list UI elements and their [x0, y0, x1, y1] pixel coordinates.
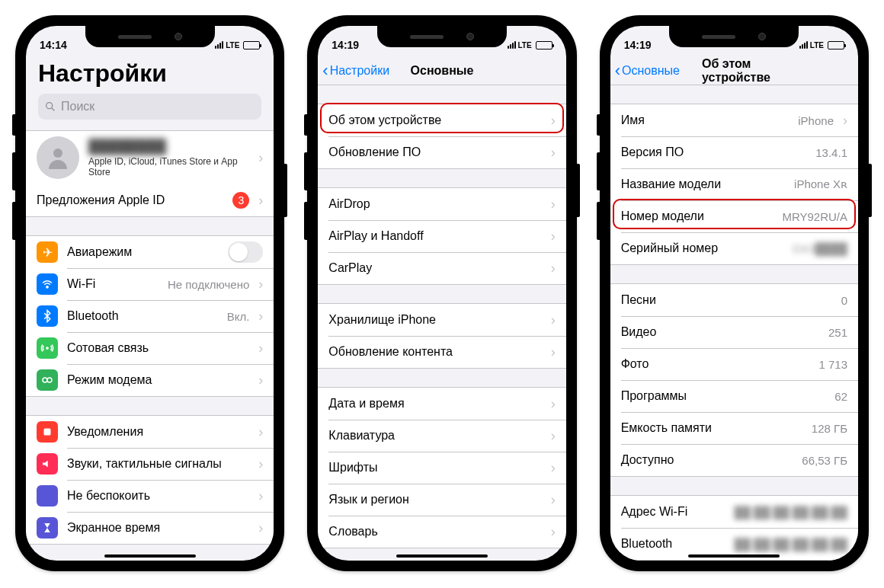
- chevron-right-icon: ›: [258, 520, 263, 536]
- phone-frame-3: 14:19 LTE ‹ Основные Об этом устройстве …: [600, 15, 869, 571]
- profile-subtitle: Apple ID, iCloud, iTunes Store и App Sto…: [88, 156, 249, 177]
- language-row[interactable]: Язык и регион›: [318, 484, 565, 516]
- apple-id-suggestions-row[interactable]: Предложения Apple ID 3 ›: [26, 184, 274, 216]
- chevron-right-icon: ›: [551, 260, 556, 276]
- status-time: 14:14: [40, 39, 67, 51]
- screentime-row[interactable]: Экранное время ›: [26, 512, 274, 544]
- svg-point-4: [46, 347, 48, 349]
- page-title: Настройки: [26, 56, 274, 94]
- airplane-toggle[interactable]: [228, 241, 263, 263]
- status-right: LTE: [215, 41, 260, 50]
- phone-frame-1: 14:14 LTE Настройки Поиск ████████: [15, 15, 284, 571]
- signal-icon: [799, 41, 808, 49]
- status-time: 14:19: [332, 39, 359, 51]
- software-update-row[interactable]: Обновление ПО ›: [318, 136, 565, 168]
- back-label: Основные: [622, 64, 680, 78]
- fonts-row[interactable]: Шрифты›: [318, 452, 565, 484]
- datetime-row[interactable]: Дата и время›: [318, 388, 565, 420]
- back-label: Настройки: [330, 64, 389, 78]
- status-time: 14:19: [624, 39, 652, 51]
- airplay-row[interactable]: AirPlay и Handoff›: [318, 220, 565, 252]
- search-placeholder: Поиск: [61, 100, 94, 113]
- photos-row: Фото1 713: [610, 348, 858, 380]
- back-button[interactable]: ‹ Основные: [615, 61, 680, 81]
- svg-point-6: [47, 378, 52, 382]
- bluetooth-icon: [37, 305, 58, 327]
- carplay-row[interactable]: CarPlay›: [318, 252, 565, 284]
- chevron-right-icon: ›: [258, 193, 263, 209]
- storage-row[interactable]: Хранилище iPhone›: [318, 304, 565, 336]
- chevron-right-icon: ›: [258, 150, 263, 166]
- keyboard-row[interactable]: Клавиатура›: [318, 420, 565, 452]
- nav-title: Основные: [411, 64, 474, 78]
- chevron-right-icon: ›: [551, 197, 556, 213]
- background-refresh-row[interactable]: Обновление контента›: [318, 336, 565, 368]
- chevron-right-icon: ›: [551, 228, 556, 244]
- battery-icon: [536, 41, 552, 50]
- apps-row: Программы62: [610, 380, 858, 412]
- svg-line-1: [52, 108, 55, 111]
- svg-point-0: [46, 103, 53, 109]
- model-number-row[interactable]: Номер моделиMRY92RU/A: [610, 200, 858, 232]
- airdrop-row[interactable]: AirDrop›: [318, 188, 565, 220]
- chevron-right-icon: ›: [551, 312, 556, 328]
- chevron-right-icon: ›: [551, 524, 556, 540]
- sounds-row[interactable]: Звуки, тактильные сигналы ›: [26, 448, 274, 480]
- wifi-row[interactable]: Wi-Fi Не подключено ›: [26, 268, 274, 300]
- airplane-row[interactable]: ✈ Авиарежим: [26, 236, 274, 268]
- notch: [669, 26, 799, 47]
- person-icon: [44, 144, 72, 171]
- row-label: Предложения Apple ID: [37, 193, 223, 207]
- badge: 3: [232, 192, 249, 209]
- wifi-address-row: Адрес Wi-Fi██:██:██:██:██:██: [610, 496, 858, 528]
- dictionary-row[interactable]: Словарь›: [318, 516, 565, 548]
- chevron-right-icon: ›: [258, 340, 263, 356]
- profile-row[interactable]: ████████ Apple ID, iCloud, iTunes Store …: [26, 131, 274, 184]
- chevron-right-icon: ›: [551, 460, 556, 476]
- version-row: Версия ПО13.4.1: [610, 136, 858, 168]
- home-indicator[interactable]: [104, 554, 196, 558]
- notifications-row[interactable]: Уведомления ›: [26, 416, 274, 448]
- chevron-right-icon: ›: [843, 113, 847, 129]
- name-row[interactable]: ИмяiPhone›: [610, 104, 858, 136]
- svg-point-2: [53, 149, 62, 158]
- bluetooth-row[interactable]: Bluetooth Вкл. ›: [26, 300, 274, 332]
- status-right: LTE: [799, 41, 844, 50]
- back-button[interactable]: ‹ Настройки: [322, 61, 389, 81]
- cellular-row[interactable]: Сотовая связь ›: [26, 332, 274, 364]
- signal-icon: [508, 41, 516, 49]
- chevron-right-icon: ›: [551, 344, 556, 360]
- chevron-right-icon: ›: [551, 145, 556, 161]
- available-row: Доступно66,53 ГБ: [610, 444, 858, 476]
- svg-point-5: [43, 378, 47, 382]
- sounds-icon: [37, 453, 58, 475]
- videos-row: Видео251: [610, 316, 858, 348]
- screen-settings: 14:14 LTE Настройки Поиск ████████: [26, 26, 274, 561]
- about-row[interactable]: Об этом устройстве ›: [318, 104, 565, 136]
- screen-general: 14:19 LTE ‹ Настройки Основные Об этом у…: [318, 26, 565, 561]
- dnd-row[interactable]: Не беспокоить ›: [26, 480, 274, 512]
- home-indicator[interactable]: [688, 554, 780, 558]
- phone-frame-2: 14:19 LTE ‹ Настройки Основные Об этом у…: [307, 15, 576, 571]
- network-label: LTE: [810, 41, 824, 50]
- home-indicator[interactable]: [396, 554, 488, 558]
- search-input[interactable]: Поиск: [38, 94, 261, 120]
- battery-icon: [243, 41, 260, 50]
- chevron-right-icon: ›: [258, 424, 263, 440]
- chevron-right-icon: ›: [258, 488, 263, 504]
- model-name-row: Название моделиiPhone Xʀ: [610, 168, 858, 200]
- nav-bar: ‹ Настройки Основные: [318, 56, 565, 85]
- chevron-right-icon: ›: [551, 396, 556, 412]
- notch: [377, 26, 507, 47]
- screen-about: 14:19 LTE ‹ Основные Об этом устройстве …: [610, 26, 858, 561]
- chevron-left-icon: ‹: [322, 61, 328, 81]
- airplane-icon: ✈: [37, 241, 58, 263]
- chevron-right-icon: ›: [258, 456, 263, 472]
- hotspot-row[interactable]: Режим модема ›: [26, 364, 274, 396]
- status-right: LTE: [508, 41, 552, 50]
- nav-title: Об этом устройстве: [702, 57, 806, 85]
- search-icon: [44, 101, 56, 113]
- chevron-left-icon: ‹: [615, 61, 620, 81]
- notifications-icon: [37, 421, 58, 443]
- svg-point-3: [46, 286, 48, 288]
